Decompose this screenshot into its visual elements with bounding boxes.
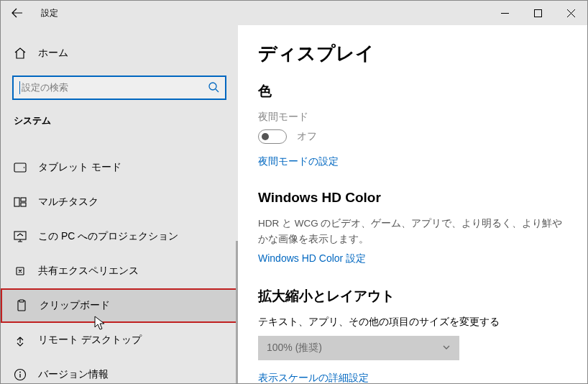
main-panel: ディスプレイ 色 夜間モード オフ 夜間モードの設定 Windows HD Co… — [238, 25, 587, 383]
scale-field-label: テキスト、アプリ、その他の項目のサイズを変更する — [258, 316, 567, 329]
info-icon — [14, 368, 27, 381]
multitasking-icon — [14, 196, 27, 209]
sidebar-item-about[interactable]: バージョン情報 — [1, 357, 238, 383]
titlebar: 設定 — [1, 1, 587, 25]
clipboard-icon — [15, 299, 28, 312]
night-mode-toggle-row: オフ — [258, 129, 567, 144]
content-area: ホーム 設定の検索 システム タブレット モード マルチタスク — [1, 25, 587, 383]
sidebar-item-label: マルチタスク — [38, 196, 98, 209]
scale-advanced-link[interactable]: 表示スケールの詳細設定 — [258, 372, 369, 383]
svg-rect-0 — [534, 9, 541, 17]
chevron-down-icon — [442, 342, 451, 354]
sidebar-item-projecting[interactable]: この PC へのプロジェクション — [1, 219, 238, 254]
section-scale-heading: 拡大縮小とレイアウト — [258, 287, 567, 306]
category-system: システム — [1, 113, 238, 139]
minimize-icon — [501, 9, 509, 17]
sidebar-item-multitasking[interactable]: マルチタスク — [1, 185, 238, 219]
sidebar-item-label: リモート デスクトップ — [38, 334, 142, 347]
sidebar-item-clipboard[interactable]: クリップボード — [1, 288, 238, 323]
arrow-left-icon — [12, 7, 23, 19]
hdcolor-description: HDR と WCG のビデオ、ゲーム、アプリで、より明るく、より鮮やかな画像を表… — [258, 216, 567, 247]
section-color-heading: 色 — [258, 82, 567, 101]
sidebar: ホーム 設定の検索 システム タブレット モード マルチタスク — [1, 25, 238, 383]
sidebar-item-label: この PC へのプロジェクション — [38, 230, 178, 243]
sidebar-item-label: タブレット モード — [38, 161, 121, 174]
section-hdcolor-heading: Windows HD Color — [258, 190, 567, 206]
home-nav[interactable]: ホーム — [1, 40, 238, 67]
toggle-knob — [262, 133, 269, 140]
sidebar-item-label: バージョン情報 — [38, 368, 109, 381]
maximize-button[interactable] — [521, 1, 554, 25]
maximize-icon — [534, 9, 542, 17]
window-title: 設定 — [41, 7, 58, 19]
hdcolor-settings-link[interactable]: Windows HD Color 設定 — [258, 252, 366, 265]
tablet-icon — [14, 161, 27, 174]
scale-dropdown[interactable]: 100% (推奨) — [258, 336, 459, 360]
window-controls — [488, 1, 587, 25]
sidebar-item-tablet-mode[interactable]: タブレット モード — [1, 150, 238, 185]
search-input[interactable]: 設定の検索 — [12, 76, 226, 100]
sidebar-scrollbar[interactable] — [236, 241, 238, 383]
home-icon — [14, 47, 27, 60]
search-placeholder: 設定の検索 — [22, 81, 208, 94]
back-button[interactable] — [1, 1, 34, 25]
text-caret — [19, 81, 20, 94]
toggle-state-label: オフ — [297, 130, 317, 143]
close-icon — [567, 9, 575, 17]
svg-rect-7 — [14, 232, 26, 239]
night-mode-label: 夜間モード — [258, 111, 567, 124]
home-label: ホーム — [38, 47, 68, 60]
sidebar-item-label: 共有エクスペリエンス — [38, 265, 139, 278]
sidebar-item-label: クリップボード — [40, 299, 110, 312]
svg-point-3 — [24, 167, 25, 168]
page-title: ディスプレイ — [258, 41, 567, 66]
close-button[interactable] — [554, 1, 587, 25]
svg-rect-4 — [14, 198, 19, 206]
svg-point-11 — [19, 372, 21, 373]
projecting-icon — [14, 230, 27, 243]
sidebar-item-shared-experiences[interactable]: 共有エクスペリエンス — [1, 254, 238, 288]
svg-rect-5 — [21, 198, 26, 201]
shared-experiences-icon — [14, 265, 27, 278]
svg-point-1 — [209, 83, 216, 90]
svg-rect-6 — [21, 203, 26, 206]
sidebar-item-remote-desktop[interactable]: リモート デスクトップ — [1, 323, 238, 357]
minimize-button[interactable] — [488, 1, 521, 25]
search-icon — [208, 81, 219, 95]
remote-desktop-icon — [14, 334, 27, 347]
night-mode-toggle[interactable] — [258, 129, 287, 144]
svg-rect-9 — [19, 300, 24, 302]
night-mode-settings-link[interactable]: 夜間モードの設定 — [258, 155, 339, 168]
scale-dropdown-value: 100% (推奨) — [267, 342, 322, 355]
